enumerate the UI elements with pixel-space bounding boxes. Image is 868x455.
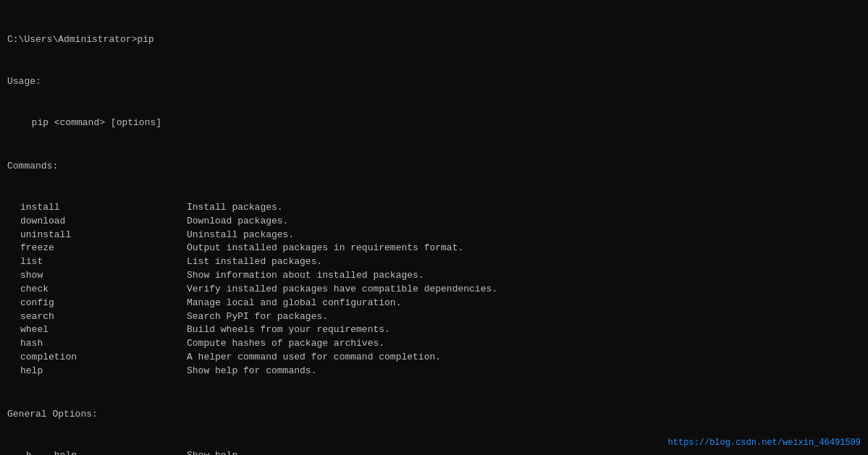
commands-header: Commands: — [7, 160, 861, 174]
command-name: help — [20, 365, 187, 378]
command-desc: Show help for commands. — [187, 365, 316, 378]
option-desc: Show help. — [187, 449, 243, 455]
command-desc: Uninstall packages. — [187, 229, 294, 242]
command-name: wheel — [20, 323, 187, 337]
command-row: searchSearch PyPI for packages. — [7, 310, 861, 324]
options-list: -h, --helpShow help.--isolatedRun pip in… — [7, 449, 861, 455]
command-row: helpShow help for commands. — [7, 365, 861, 378]
terminal-window: C:\Users\Administrator>pip Usage: pip <c… — [7, 6, 861, 455]
command-name: freeze — [20, 242, 187, 255]
commands-list: installInstall packages.downloadDownload… — [7, 201, 861, 378]
command-desc: Install packages. — [187, 201, 283, 215]
command-row: installInstall packages. — [7, 201, 861, 215]
command-name: hash — [20, 337, 187, 351]
command-desc: Download packages. — [187, 215, 288, 229]
prompt-line: C:\Users\Administrator>pip — [7, 33, 861, 47]
command-row: hashCompute hashes of package archives. — [7, 337, 861, 351]
command-desc: Verify installed packages have compatibl… — [187, 283, 497, 297]
command-name: download — [20, 215, 187, 229]
command-name: show — [20, 269, 187, 283]
command-row: checkVerify installed packages have comp… — [7, 283, 861, 297]
general-header: General Options: — [7, 408, 861, 422]
command-desc: A helper command used for command comple… — [187, 351, 441, 365]
command-desc: Compute hashes of package archives. — [187, 337, 384, 351]
command-name: search — [20, 310, 187, 324]
command-row: completionA helper command used for comm… — [7, 351, 861, 365]
command-row: listList installed packages. — [7, 255, 861, 269]
option-name: -h, --help — [20, 449, 187, 455]
command-name: check — [20, 283, 187, 297]
option-row: -h, --helpShow help. — [7, 449, 861, 455]
command-row: downloadDownload packages. — [7, 215, 861, 229]
command-row: wheelBuild wheels from your requirements… — [7, 323, 861, 337]
command-name: config — [20, 297, 187, 310]
usage-cmd: pip <command> [options] — [7, 116, 861, 130]
command-desc: Output installed packages in requirement… — [187, 242, 463, 255]
command-name: list — [20, 255, 187, 269]
command-desc: List installed packages. — [187, 255, 322, 269]
command-row: configManage local and global configurat… — [7, 297, 861, 310]
command-desc: Search PyPI for packages. — [187, 310, 328, 324]
command-name: uninstall — [20, 229, 187, 242]
command-name: completion — [20, 351, 187, 365]
command-row: freezeOutput installed packages in requi… — [7, 242, 861, 255]
command-row: uninstallUninstall packages. — [7, 229, 861, 242]
command-desc: Manage local and global configuration. — [187, 297, 401, 310]
usage-header: Usage: — [7, 75, 861, 89]
command-name: install — [20, 201, 187, 215]
watermark-link[interactable]: https://blog.csdn.net/weixin_46491509 — [668, 437, 861, 449]
command-desc: Show information about installed package… — [187, 269, 424, 283]
command-row: showShow information about installed pac… — [7, 269, 861, 283]
command-desc: Build wheels from your requirements. — [187, 323, 390, 337]
